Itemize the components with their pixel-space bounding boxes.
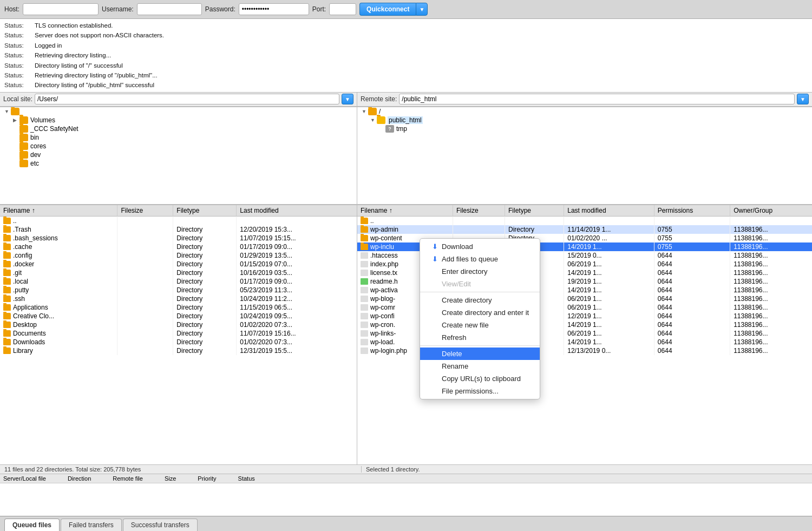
file-name: Library <box>13 347 33 355</box>
row-folder-icon <box>3 235 11 241</box>
remote-column-header[interactable]: Last modified <box>564 205 654 217</box>
context-menu-item-file-permissions[interactable]: File permissions... <box>420 385 540 397</box>
port-input[interactable] <box>329 3 356 15</box>
local-file-list[interactable]: Filename ↑FilesizeFiletypeLast modified.… <box>0 205 357 464</box>
local-tree-item[interactable]: ▶Volumes <box>0 116 357 124</box>
remote-column-header[interactable]: Permissions <box>654 205 730 217</box>
file-cell: Directory <box>173 234 237 242</box>
context-menu-item-create-directory[interactable]: Create directory <box>420 294 540 306</box>
file-cell <box>117 286 173 294</box>
transfer-area: Server/Local fileDirectionRemote fileSiz… <box>0 474 812 516</box>
folder-icon <box>19 134 28 141</box>
local-file-row[interactable]: .cacheDirectory01/17/2019 09:0... <box>0 242 357 251</box>
username-input[interactable] <box>137 3 202 15</box>
context-menu-item-label: Download <box>442 242 473 251</box>
local-tree-item[interactable]: cores <box>0 142 357 150</box>
context-menu-item-view-edit[interactable]: View/Edit <box>420 278 540 290</box>
local-file-row[interactable]: .configDirectory01/29/2019 13:5... <box>0 251 357 260</box>
file-cell: 11388196... <box>730 268 812 277</box>
file-cell: 11388196... <box>730 338 812 346</box>
file-cell: 15/2019 0... <box>564 251 654 260</box>
remote-tree-item[interactable]: ?tmp <box>357 124 812 133</box>
local-tree-item[interactable]: ▼ <box>0 107 357 116</box>
tab-failed[interactable]: Failed transfers <box>61 519 122 531</box>
local-column-header[interactable]: Filesize <box>117 205 173 217</box>
local-file-row[interactable]: .sshDirectory10/24/2019 11:2... <box>0 294 357 303</box>
file-icon <box>361 296 368 302</box>
password-input[interactable] <box>239 3 309 15</box>
local-file-row[interactable]: .localDirectory01/17/2019 09:0... <box>0 277 357 286</box>
file-cell: 0755 <box>654 225 730 234</box>
tab-queued[interactable]: Queued files <box>4 519 60 531</box>
remote-file-row[interactable]: .. <box>357 216 812 225</box>
remote-column-header[interactable]: Filesize <box>453 205 505 217</box>
local-column-header[interactable]: Filename ↑ <box>0 205 117 217</box>
local-tree-item[interactable]: bin <box>0 133 357 142</box>
remote-column-header[interactable]: Filetype <box>505 205 564 217</box>
file-cell <box>117 329 173 338</box>
port-label: Port: <box>312 5 326 13</box>
local-tree-item[interactable]: dev <box>0 150 357 159</box>
quickconnect-dropdown[interactable]: ▼ <box>416 3 428 16</box>
local-column-header[interactable]: Last modified <box>237 205 357 217</box>
local-file-row[interactable]: .dockerDirectory01/15/2019 07:0... <box>0 260 357 268</box>
local-file-row[interactable]: DocumentsDirectory11/07/2019 15:16... <box>0 329 357 338</box>
file-cell: 0644 <box>654 286 730 294</box>
context-menu-item-add-to-queue[interactable]: ⬇Add files to queue <box>420 253 540 265</box>
local-tree-item[interactable]: etc <box>0 159 357 168</box>
tab-successful[interactable]: Successful transfers <box>123 519 198 531</box>
row-folder-icon <box>3 304 11 311</box>
host-input[interactable] <box>23 3 99 15</box>
local-file-row[interactable]: DownloadsDirectory01/02/2020 07:3... <box>0 338 357 346</box>
context-menu-item-enter-directory[interactable]: Enter directory <box>420 265 540 278</box>
context-menu-item-refresh[interactable]: Refresh <box>420 331 540 344</box>
local-column-header[interactable]: Filetype <box>173 205 237 217</box>
file-name: .. <box>13 217 17 225</box>
local-file-row[interactable]: Creative Clo...Directory10/24/2019 09:5.… <box>0 312 357 320</box>
local-file-tree[interactable]: ▼▶Volumes_CCC SafetyNetbincoresdevetc <box>0 107 357 205</box>
file-cell: Directory <box>173 260 237 268</box>
remote-file-row[interactable]: wp-adminDirectory11/14/2019 1...07551138… <box>357 225 812 234</box>
context-menu-item-rename[interactable]: Rename <box>420 360 540 372</box>
file-cell <box>117 277 173 286</box>
file-icon <box>361 339 368 345</box>
remote-column-header[interactable]: Filename ↑ <box>357 205 453 217</box>
local-file-row[interactable]: ApplicationsDirectory11/15/2019 06:5... <box>0 303 357 312</box>
local-site-dropdown[interactable]: ▼ <box>342 94 353 104</box>
file-cell: 11/07/2019 15:15... <box>237 234 357 242</box>
status-text: Retrieving directory listing of "/public… <box>35 70 158 80</box>
context-menu-item-download[interactable]: ⬇Download <box>420 240 540 253</box>
remote-column-header[interactable]: Owner/Group <box>730 205 812 217</box>
context-menu-item-copy-urls[interactable]: Copy URL(s) to clipboard <box>420 372 540 385</box>
remote-site-dropdown[interactable]: ▼ <box>797 94 809 104</box>
local-site-label: Local site: <box>3 95 32 103</box>
local-file-row[interactable]: .bash_sessionsDirectory11/07/2019 15:15.… <box>0 234 357 242</box>
local-file-row[interactable]: .gitDirectory10/16/2019 03:5... <box>0 268 357 277</box>
local-file-row[interactable]: .TrashDirectory12/20/2019 15:3... <box>0 225 357 234</box>
file-cell <box>117 320 173 329</box>
remote-site-path[interactable] <box>399 94 795 104</box>
context-menu-item-create-new-file[interactable]: Create new file <box>420 319 540 331</box>
file-name: wp-content <box>370 234 402 242</box>
file-cell: 0644 <box>654 260 730 268</box>
local-file-row[interactable]: .puttyDirectory05/23/2019 11:3... <box>0 286 357 294</box>
local-site-path[interactable] <box>35 94 339 104</box>
quickconnect-button[interactable]: Quickconnect <box>359 3 416 16</box>
context-menu-item-delete[interactable]: Delete <box>420 348 540 360</box>
file-cell: 0644 <box>654 320 730 329</box>
status-label: Status: <box>4 80 30 90</box>
context-menu-item-label: Create directory <box>442 296 492 304</box>
local-tree-item[interactable]: _CCC SafetyNet <box>0 124 357 133</box>
remote-file-tree[interactable]: ▼/▼public_html?tmp <box>357 107 812 205</box>
folder-icon <box>19 142 28 150</box>
remote-tree-item[interactable]: ▼/ <box>357 107 812 116</box>
local-file-row[interactable]: LibraryDirectory12/31/2019 15:5... <box>0 346 357 355</box>
file-name: wp-blog- <box>370 295 395 303</box>
context-menu-item-create-directory-enter[interactable]: Create directory and enter it <box>420 306 540 319</box>
remote-tree-item[interactable]: ▼public_html <box>357 116 812 124</box>
local-file-row[interactable]: DesktopDirectory01/02/2020 07:3... <box>0 320 357 329</box>
file-cell <box>117 312 173 320</box>
file-cell <box>730 216 812 225</box>
local-file-row[interactable]: .. <box>0 216 357 225</box>
file-cell: 11/07/2019 15:16... <box>237 329 357 338</box>
